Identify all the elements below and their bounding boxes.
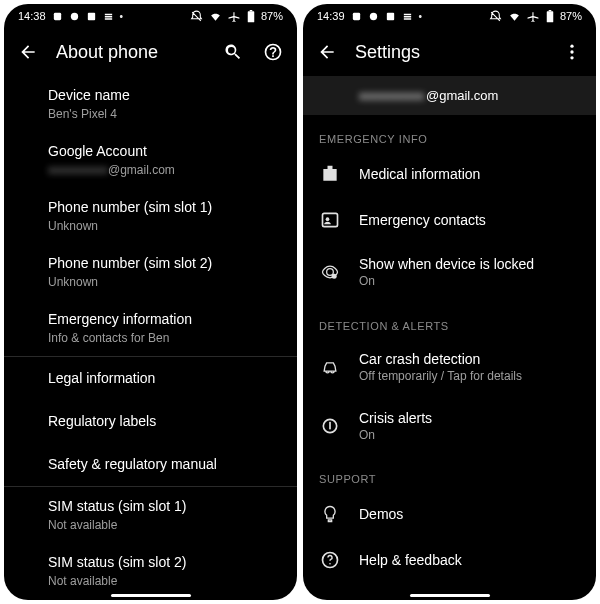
svg-point-10 — [570, 45, 573, 48]
dnd-icon — [190, 10, 203, 23]
more-vert-icon — [562, 42, 582, 62]
svg-rect-3 — [248, 11, 255, 22]
notif-icon — [351, 11, 362, 22]
search-icon — [223, 42, 243, 62]
item-legal[interactable]: Legal information — [4, 357, 297, 400]
item-secondary: xxxxxxxxxx@gmail.com — [48, 162, 281, 178]
svg-rect-9 — [549, 10, 552, 11]
battery-icon — [247, 10, 255, 23]
status-bar: 14:39 • 87% — [303, 4, 596, 28]
gesture-nav[interactable] — [4, 586, 297, 600]
item-phone-2[interactable]: Phone number (sim slot 2) Unknown — [4, 244, 297, 300]
content-scroll[interactable]: Device name Ben's Pixel 4 Google Account… — [4, 76, 297, 586]
back-button[interactable] — [315, 40, 339, 64]
item-secondary: Not available — [48, 573, 281, 586]
wifi-icon — [209, 10, 222, 23]
item-regulatory[interactable]: Regulatory labels — [4, 400, 297, 443]
content-scroll[interactable]: xxxxxxxxxx@gmail.com EMERGENCY INFO Medi… — [303, 76, 596, 586]
car-crash-icon — [319, 356, 341, 378]
help-icon — [263, 42, 283, 62]
item-secondary: Not available — [48, 517, 281, 533]
item-secondary: Info & contacts for Ben — [48, 330, 281, 346]
battery-text: 87% — [560, 10, 582, 22]
svg-rect-4 — [250, 10, 253, 11]
item-phone-1[interactable]: Phone number (sim slot 1) Unknown — [4, 188, 297, 244]
row-car-crash[interactable]: Car crash detection Off temporarily / Ta… — [303, 338, 596, 397]
row-crisis-alerts[interactable]: Crisis alerts On — [303, 397, 596, 456]
svg-point-15 — [332, 274, 337, 279]
row-emergency-contacts[interactable]: Emergency contacts — [303, 197, 596, 243]
item-primary: Phone number (sim slot 1) — [48, 198, 281, 217]
crisis-icon — [319, 415, 341, 437]
more-indicator: • — [419, 11, 423, 22]
item-safety-manual[interactable]: Safety & regulatory manual — [4, 443, 297, 486]
row-primary: Car crash detection — [359, 350, 580, 368]
notif-icon — [402, 11, 413, 22]
help-icon — [319, 549, 341, 571]
svg-rect-8 — [547, 11, 554, 22]
account-row[interactable]: xxxxxxxxxx@gmail.com — [303, 76, 596, 115]
overflow-button[interactable] — [560, 40, 584, 64]
search-button[interactable] — [221, 40, 245, 64]
nav-pill — [410, 594, 490, 597]
item-primary: Phone number (sim slot 2) — [48, 254, 281, 273]
svg-point-12 — [570, 56, 573, 59]
battery-icon — [546, 10, 554, 23]
email-user-blur: xxxxxxxxxx — [48, 163, 108, 177]
status-time: 14:38 — [18, 10, 46, 22]
item-device-name[interactable]: Device name Ben's Pixel 4 — [4, 76, 297, 132]
item-emergency-info[interactable]: Emergency information Info & contacts fo… — [4, 300, 297, 356]
visibility-lock-icon — [319, 261, 341, 283]
notif-icon — [385, 11, 396, 22]
page-title: About phone — [56, 42, 205, 63]
dnd-icon — [489, 10, 502, 23]
row-primary: Show when device is locked — [359, 255, 580, 273]
gesture-nav[interactable] — [303, 586, 596, 600]
item-sim-2[interactable]: SIM status (sim slot 2) Not available — [4, 543, 297, 586]
status-right: 87% — [190, 10, 283, 23]
item-secondary: Unknown — [48, 274, 281, 290]
arrow-back-icon — [18, 42, 38, 62]
notif-icon — [86, 11, 97, 22]
status-bar: 14:38 • 87% — [4, 4, 297, 28]
row-primary: Crisis alerts — [359, 409, 580, 427]
battery-text: 87% — [261, 10, 283, 22]
arrow-back-icon — [317, 42, 337, 62]
row-medical-info[interactable]: Medical information — [303, 151, 596, 197]
row-primary: Medical information — [359, 165, 580, 183]
item-sim-1[interactable]: SIM status (sim slot 1) Not available — [4, 487, 297, 543]
lightbulb-icon — [319, 503, 341, 525]
svg-rect-7 — [386, 12, 393, 19]
list-about: Device name Ben's Pixel 4 Google Account… — [4, 76, 297, 586]
row-show-locked[interactable]: Show when device is locked On — [303, 243, 596, 302]
notif-icon — [368, 11, 379, 22]
item-primary: Google Account — [48, 142, 281, 161]
help-button[interactable] — [261, 40, 285, 64]
section-header-emergency: EMERGENCY INFO — [303, 115, 596, 151]
nav-pill — [111, 594, 191, 597]
back-button[interactable] — [16, 40, 40, 64]
svg-point-1 — [70, 12, 77, 19]
status-time: 14:39 — [317, 10, 345, 22]
status-right: 87% — [489, 10, 582, 23]
item-secondary: Ben's Pixel 4 — [48, 106, 281, 122]
row-help-feedback[interactable]: Help & feedback — [303, 537, 596, 583]
phone-left: 14:38 • 87% About phone Devi — [4, 4, 297, 600]
svg-point-11 — [570, 50, 573, 53]
item-google-account[interactable]: Google Account xxxxxxxxxx@gmail.com — [4, 132, 297, 188]
item-primary: Device name — [48, 86, 281, 105]
svg-point-19 — [329, 563, 331, 565]
row-demos[interactable]: Demos — [303, 491, 596, 537]
more-indicator: • — [120, 11, 124, 22]
page-title: Settings — [355, 42, 544, 63]
svg-point-14 — [326, 217, 330, 221]
row-secondary: On — [359, 274, 580, 290]
row-primary: Help & feedback — [359, 551, 580, 569]
svg-rect-17 — [329, 422, 331, 430]
svg-rect-13 — [323, 213, 338, 226]
row-primary: Emergency contacts — [359, 211, 580, 229]
row-secondary: Off temporarily / Tap for details — [359, 369, 580, 385]
section-header-detection: DETECTION & ALERTS — [303, 302, 596, 338]
notif-icon — [103, 11, 114, 22]
svg-rect-5 — [352, 12, 359, 19]
